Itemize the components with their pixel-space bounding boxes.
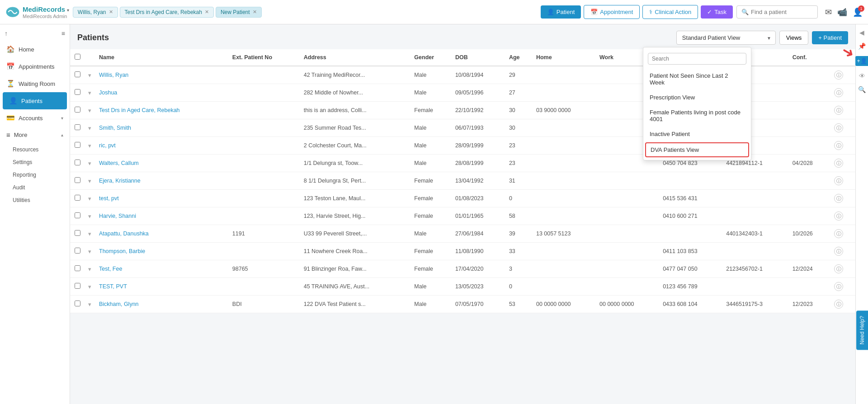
row-expand[interactable]: ▾	[85, 207, 95, 225]
right-panel-new-patient-icon[interactable]: +👤	[855, 56, 868, 66]
sidebar-menu-icon[interactable]: ≡	[61, 30, 65, 37]
user-icon[interactable]: 👤 1	[853, 7, 863, 17]
right-panel-search-icon[interactable]: 🔍	[858, 86, 866, 93]
info-button[interactable]: ⓘ	[834, 282, 843, 291]
right-panel-pin-icon[interactable]: 📌	[858, 42, 866, 50]
row-expand[interactable]: ▾	[85, 66, 95, 84]
row-expand[interactable]: ▾	[85, 155, 95, 172]
th-gender[interactable]: Gender	[410, 49, 452, 66]
row-checkbox[interactable]	[75, 160, 80, 165]
row-expand[interactable]: ▾	[85, 84, 95, 102]
patient-name-cell[interactable]: Bickham, Glynn	[95, 296, 229, 313]
tab-willis[interactable]: Willis, Ryan ✕	[73, 7, 118, 18]
row-expand[interactable]: ▾	[85, 243, 95, 260]
patient-name-cell[interactable]: ric, pvt	[95, 137, 229, 155]
row-checkbox[interactable]	[75, 142, 80, 148]
info-button[interactable]: ⓘ	[834, 264, 843, 273]
row-checkbox[interactable]	[75, 71, 80, 77]
patient-name-cell[interactable]: test, pvt	[95, 190, 229, 207]
dropdown-item-female-postcode[interactable]: Female Patients living in post code 4001	[643, 105, 751, 127]
info-button[interactable]: ⓘ	[834, 70, 843, 80]
sidebar-item-more[interactable]: ≡ More ▴	[0, 127, 70, 143]
row-expand[interactable]: ▾	[85, 278, 95, 296]
info-button[interactable]: ⓘ	[834, 123, 843, 132]
patient-name-cell[interactable]: Atapattu, Danushka	[95, 225, 229, 243]
patient-name-cell[interactable]: Willis, Ryan	[95, 66, 229, 84]
th-ext-patient-no[interactable]: Ext. Patient No	[229, 49, 300, 66]
row-checkbox[interactable]	[75, 283, 80, 289]
sidebar-item-settings[interactable]: Settings	[6, 156, 70, 169]
task-button[interactable]: ✓ Task	[701, 5, 733, 19]
tab-close-icon[interactable]: ✕	[109, 9, 113, 15]
sidebar-item-reporting[interactable]: Reporting	[6, 169, 70, 181]
row-checkbox[interactable]	[75, 230, 80, 236]
patient-name-cell[interactable]: Thompson, Barbie	[95, 243, 229, 260]
patient-name-cell[interactable]: Harvie, Shanni	[95, 207, 229, 225]
info-button[interactable]: ⓘ	[834, 194, 843, 203]
row-expand[interactable]: ▾	[85, 119, 95, 137]
dropdown-item-dva[interactable]: DVA Patients View	[645, 142, 749, 157]
right-panel-collapse-icon[interactable]: ◀	[859, 29, 864, 36]
sidebar-item-appointments[interactable]: 📅 Appointments	[0, 58, 70, 75]
sidebar-item-resources[interactable]: Resources	[6, 143, 70, 156]
info-button[interactable]: ⓘ	[834, 300, 843, 309]
sidebar-item-patients[interactable]: 👤 Patients	[3, 92, 67, 109]
row-expand[interactable]: ▾	[85, 172, 95, 190]
th-address[interactable]: Address	[300, 49, 411, 66]
sidebar-item-waiting-room[interactable]: ⏳ Waiting Room	[0, 75, 70, 92]
th-name[interactable]: Name	[95, 49, 229, 66]
info-button[interactable]: ⓘ	[834, 88, 843, 97]
patient-name-cell[interactable]: Test, Fee	[95, 260, 229, 278]
find-patient-search[interactable]: 🔍	[736, 5, 818, 19]
row-expand[interactable]: ▾	[85, 102, 95, 119]
appointment-button[interactable]: 📅 Appointment	[584, 5, 640, 19]
row-expand[interactable]: ▾	[85, 137, 95, 155]
logo-chevron-icon[interactable]: ▾	[67, 8, 69, 13]
row-expand[interactable]: ▾	[85, 225, 95, 243]
sidebar-item-audit[interactable]: Audit	[6, 181, 70, 194]
info-button[interactable]: ⓘ	[834, 247, 843, 256]
logo-area[interactable]: MediRecords ▾ MediRecords Admin	[5, 5, 69, 19]
patient-name-cell[interactable]: Joshua	[95, 84, 229, 102]
info-button[interactable]: ⓘ	[834, 106, 843, 115]
sidebar-item-accounts[interactable]: 💳 Accounts ▾	[0, 109, 70, 127]
row-checkbox[interactable]	[75, 248, 80, 254]
sidebar-item-home[interactable]: 🏠 Home	[0, 41, 70, 58]
th-conf[interactable]: Conf.	[789, 49, 831, 66]
tab-close-icon[interactable]: ✕	[253, 9, 257, 15]
right-panel-eye-icon[interactable]: 👁	[859, 72, 865, 80]
info-button[interactable]: ⓘ	[834, 229, 843, 238]
mail-icon[interactable]: ✉	[825, 7, 832, 17]
row-expand[interactable]: ▾	[85, 190, 95, 207]
tab-close-icon[interactable]: ✕	[205, 9, 209, 15]
sidebar-item-utilities[interactable]: Utilities	[6, 194, 70, 207]
info-button[interactable]: ⓘ	[834, 141, 843, 150]
patient-name-cell[interactable]: Smith, Smith	[95, 119, 229, 137]
patient-name-cell[interactable]: Ejera, Kristianne	[95, 172, 229, 190]
dropdown-item-not-seen[interactable]: Patient Not Seen Since Last 2 Week	[643, 68, 751, 90]
info-button[interactable]: ⓘ	[834, 159, 843, 168]
row-checkbox[interactable]	[75, 107, 80, 113]
dropdown-search-input[interactable]	[648, 53, 746, 65]
help-button[interactable]: Need Help?	[856, 310, 868, 350]
video-icon[interactable]: 📹	[837, 7, 847, 17]
row-expand[interactable]: ▾	[85, 296, 95, 313]
dropdown-item-prescription[interactable]: Prescription View	[643, 90, 751, 105]
tab-new-patient[interactable]: New Patient ✕	[216, 7, 262, 18]
row-checkbox[interactable]	[75, 195, 80, 201]
patient-button[interactable]: 👤 Patient	[541, 5, 581, 19]
row-checkbox[interactable]	[75, 177, 80, 183]
th-dob[interactable]: DOB	[452, 49, 505, 66]
find-patient-input[interactable]	[751, 9, 810, 15]
new-patient-button[interactable]: + Patient	[812, 31, 848, 44]
dropdown-item-inactive[interactable]: Inactive Patient	[643, 127, 751, 141]
sidebar-pin-icon[interactable]: ↑	[5, 30, 8, 37]
th-age[interactable]: Age	[505, 49, 533, 66]
patient-name-cell[interactable]: Walters, Callum	[95, 155, 229, 172]
row-checkbox[interactable]	[75, 89, 80, 95]
clinical-action-button[interactable]: ⚕ Clinical Action	[642, 5, 698, 19]
info-button[interactable]: ⓘ	[834, 176, 843, 185]
patient-name-cell[interactable]: TEST, PVT	[95, 278, 229, 296]
row-checkbox[interactable]	[75, 124, 80, 130]
row-expand[interactable]: ▾	[85, 260, 95, 278]
